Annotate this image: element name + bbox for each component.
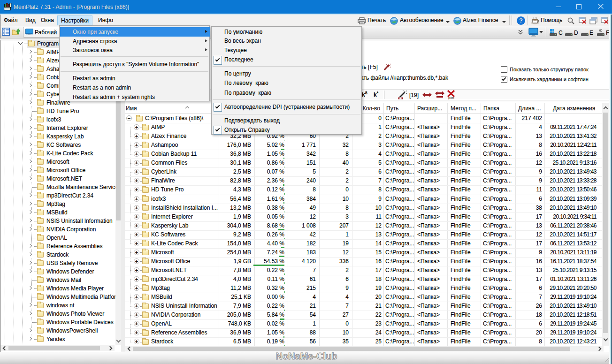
svg-text:port: port <box>448 96 455 99</box>
